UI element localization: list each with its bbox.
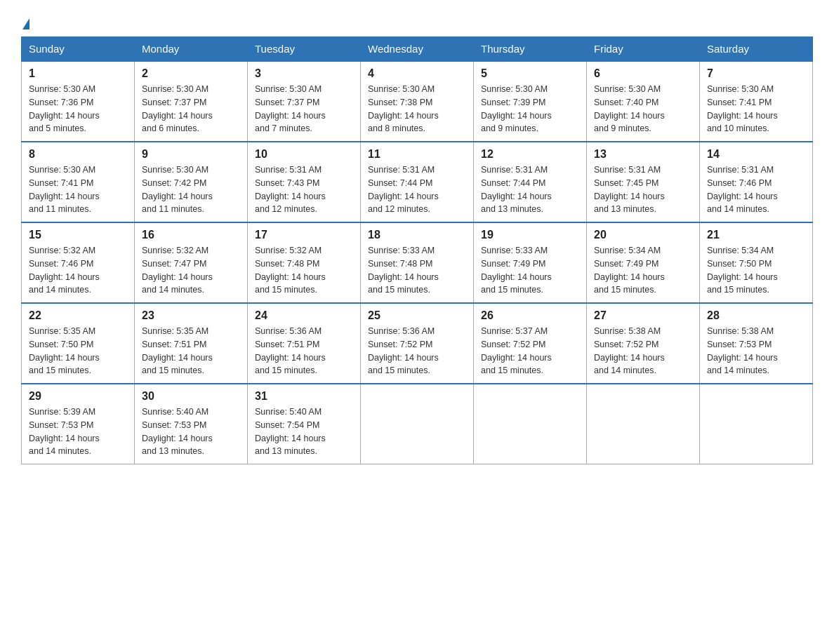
day-number: 22 [29, 309, 127, 322]
calendar-cell: 16 Sunrise: 5:32 AM Sunset: 7:47 PM Dayl… [135, 222, 248, 303]
day-number: 23 [142, 309, 240, 322]
day-number: 11 [368, 148, 466, 161]
day-number: 26 [481, 309, 579, 322]
day-info: Sunrise: 5:33 AM Sunset: 7:49 PM Dayligh… [481, 244, 579, 297]
day-info: Sunrise: 5:31 AM Sunset: 7:43 PM Dayligh… [255, 163, 353, 216]
day-number: 1 [29, 67, 127, 80]
calendar-cell: 10 Sunrise: 5:31 AM Sunset: 7:43 PM Dayl… [248, 142, 361, 222]
day-info: Sunrise: 5:39 AM Sunset: 7:53 PM Dayligh… [29, 405, 127, 458]
day-number: 30 [142, 390, 240, 403]
calendar-week-row: 29 Sunrise: 5:39 AM Sunset: 7:53 PM Dayl… [22, 384, 813, 464]
calendar-cell: 13 Sunrise: 5:31 AM Sunset: 7:45 PM Dayl… [587, 142, 700, 222]
calendar-cell: 12 Sunrise: 5:31 AM Sunset: 7:44 PM Dayl… [474, 142, 587, 222]
day-number: 9 [142, 148, 240, 161]
calendar-table: SundayMondayTuesdayWednesdayThursdayFrid… [21, 36, 813, 464]
day-info: Sunrise: 5:30 AM Sunset: 7:41 PM Dayligh… [29, 163, 127, 216]
page-header [21, 14, 813, 29]
day-info: Sunrise: 5:40 AM Sunset: 7:54 PM Dayligh… [255, 405, 353, 458]
day-info: Sunrise: 5:34 AM Sunset: 7:50 PM Dayligh… [707, 244, 805, 297]
calendar-cell: 9 Sunrise: 5:30 AM Sunset: 7:42 PM Dayli… [135, 142, 248, 222]
day-number: 29 [29, 390, 127, 403]
day-info: Sunrise: 5:30 AM Sunset: 7:39 PM Dayligh… [481, 83, 579, 135]
day-info: Sunrise: 5:35 AM Sunset: 7:51 PM Dayligh… [142, 325, 240, 377]
calendar-cell [587, 384, 700, 464]
calendar-week-row: 1 Sunrise: 5:30 AM Sunset: 7:36 PM Dayli… [22, 61, 813, 142]
day-info: Sunrise: 5:35 AM Sunset: 7:50 PM Dayligh… [29, 325, 127, 377]
day-info: Sunrise: 5:31 AM Sunset: 7:44 PM Dayligh… [368, 163, 466, 216]
day-number: 24 [255, 309, 353, 322]
day-number: 2 [142, 67, 240, 80]
day-number: 5 [481, 67, 579, 80]
calendar-cell [700, 384, 813, 464]
day-number: 31 [255, 390, 353, 403]
day-number: 8 [29, 148, 127, 161]
day-info: Sunrise: 5:32 AM Sunset: 7:48 PM Dayligh… [255, 244, 353, 297]
day-number: 27 [594, 309, 692, 322]
day-info: Sunrise: 5:31 AM Sunset: 7:45 PM Dayligh… [594, 163, 692, 216]
calendar-cell: 28 Sunrise: 5:38 AM Sunset: 7:53 PM Dayl… [700, 303, 813, 384]
calendar-week-row: 8 Sunrise: 5:30 AM Sunset: 7:41 PM Dayli… [22, 142, 813, 222]
day-info: Sunrise: 5:38 AM Sunset: 7:53 PM Dayligh… [707, 325, 805, 377]
day-info: Sunrise: 5:38 AM Sunset: 7:52 PM Dayligh… [594, 325, 692, 377]
day-info: Sunrise: 5:32 AM Sunset: 7:46 PM Dayligh… [29, 244, 127, 297]
day-number: 15 [29, 229, 127, 241]
calendar-cell: 23 Sunrise: 5:35 AM Sunset: 7:51 PM Dayl… [135, 303, 248, 384]
day-info: Sunrise: 5:32 AM Sunset: 7:47 PM Dayligh… [142, 244, 240, 297]
weekday-header-cell: Wednesday [361, 37, 474, 62]
day-number: 19 [481, 229, 579, 241]
calendar-cell: 24 Sunrise: 5:36 AM Sunset: 7:51 PM Dayl… [248, 303, 361, 384]
weekday-header-cell: Sunday [22, 37, 135, 62]
calendar-cell: 7 Sunrise: 5:30 AM Sunset: 7:41 PM Dayli… [700, 61, 813, 142]
day-number: 17 [255, 229, 353, 241]
day-info: Sunrise: 5:30 AM Sunset: 7:40 PM Dayligh… [594, 83, 692, 135]
day-number: 3 [255, 67, 353, 80]
day-info: Sunrise: 5:30 AM Sunset: 7:41 PM Dayligh… [707, 83, 805, 135]
day-info: Sunrise: 5:36 AM Sunset: 7:52 PM Dayligh… [368, 325, 466, 377]
weekday-header-cell: Monday [135, 37, 248, 62]
calendar-cell: 4 Sunrise: 5:30 AM Sunset: 7:38 PM Dayli… [361, 61, 474, 142]
day-info: Sunrise: 5:33 AM Sunset: 7:48 PM Dayligh… [368, 244, 466, 297]
day-number: 10 [255, 148, 353, 161]
day-number: 4 [368, 67, 466, 80]
logo [21, 14, 29, 29]
day-number: 25 [368, 309, 466, 322]
calendar-cell: 2 Sunrise: 5:30 AM Sunset: 7:37 PM Dayli… [135, 61, 248, 142]
day-number: 28 [707, 309, 805, 322]
day-number: 21 [707, 229, 805, 241]
weekday-header-cell: Tuesday [248, 37, 361, 62]
day-number: 14 [707, 148, 805, 161]
calendar-cell: 18 Sunrise: 5:33 AM Sunset: 7:48 PM Dayl… [361, 222, 474, 303]
day-info: Sunrise: 5:30 AM Sunset: 7:37 PM Dayligh… [142, 83, 240, 135]
calendar-week-row: 22 Sunrise: 5:35 AM Sunset: 7:50 PM Dayl… [22, 303, 813, 384]
calendar-cell: 17 Sunrise: 5:32 AM Sunset: 7:48 PM Dayl… [248, 222, 361, 303]
calendar-cell: 22 Sunrise: 5:35 AM Sunset: 7:50 PM Dayl… [22, 303, 135, 384]
calendar-body: 1 Sunrise: 5:30 AM Sunset: 7:36 PM Dayli… [22, 61, 813, 464]
day-number: 6 [594, 67, 692, 80]
weekday-header-cell: Saturday [700, 37, 813, 62]
day-number: 20 [594, 229, 692, 241]
calendar-cell [474, 384, 587, 464]
calendar-cell: 5 Sunrise: 5:30 AM Sunset: 7:39 PM Dayli… [474, 61, 587, 142]
calendar-cell: 14 Sunrise: 5:31 AM Sunset: 7:46 PM Dayl… [700, 142, 813, 222]
day-number: 13 [594, 148, 692, 161]
logo-top [21, 14, 29, 29]
calendar-cell: 1 Sunrise: 5:30 AM Sunset: 7:36 PM Dayli… [22, 61, 135, 142]
day-number: 18 [368, 229, 466, 241]
calendar-cell: 25 Sunrise: 5:36 AM Sunset: 7:52 PM Dayl… [361, 303, 474, 384]
calendar-cell [361, 384, 474, 464]
calendar-cell: 8 Sunrise: 5:30 AM Sunset: 7:41 PM Dayli… [22, 142, 135, 222]
calendar-cell: 15 Sunrise: 5:32 AM Sunset: 7:46 PM Dayl… [22, 222, 135, 303]
day-info: Sunrise: 5:30 AM Sunset: 7:38 PM Dayligh… [368, 83, 466, 135]
calendar-cell: 29 Sunrise: 5:39 AM Sunset: 7:53 PM Dayl… [22, 384, 135, 464]
weekday-header-cell: Thursday [474, 37, 587, 62]
calendar-cell: 30 Sunrise: 5:40 AM Sunset: 7:53 PM Dayl… [135, 384, 248, 464]
day-number: 16 [142, 229, 240, 241]
calendar-cell: 26 Sunrise: 5:37 AM Sunset: 7:52 PM Dayl… [474, 303, 587, 384]
day-number: 7 [707, 67, 805, 80]
day-info: Sunrise: 5:40 AM Sunset: 7:53 PM Dayligh… [142, 405, 240, 458]
weekday-header-cell: Friday [587, 37, 700, 62]
calendar-cell: 31 Sunrise: 5:40 AM Sunset: 7:54 PM Dayl… [248, 384, 361, 464]
day-info: Sunrise: 5:30 AM Sunset: 7:37 PM Dayligh… [255, 83, 353, 135]
calendar-cell: 6 Sunrise: 5:30 AM Sunset: 7:40 PM Dayli… [587, 61, 700, 142]
calendar-cell: 19 Sunrise: 5:33 AM Sunset: 7:49 PM Dayl… [474, 222, 587, 303]
